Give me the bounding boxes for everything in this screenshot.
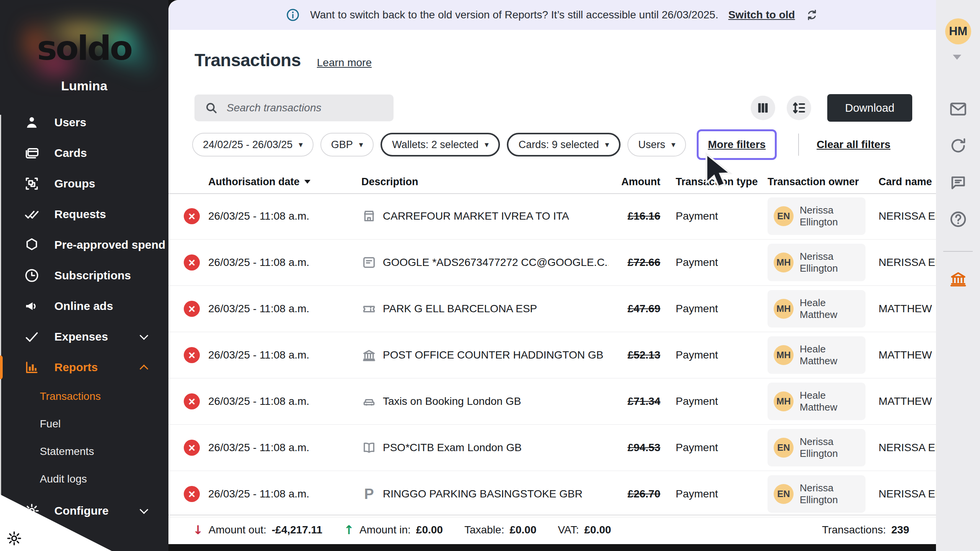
arrow-down-icon: ↓ — [193, 523, 203, 537]
owner-name: Nerissa Ellington — [800, 482, 857, 506]
owner-name: Heale Matthew — [800, 297, 857, 321]
filter-chip-users[interactable]: Users▾ — [627, 133, 686, 156]
table-row[interactable]: × 26/03/25 - 11:08 a.m. POST OFFICE COUN… — [168, 332, 936, 378]
switch-to-old-link[interactable]: Switch to old — [728, 9, 795, 21]
table-row[interactable]: × 26/03/25 - 11:08 a.m. PSO*CITB Exam Lo… — [168, 425, 936, 471]
search-box — [194, 95, 394, 121]
chevron-down-icon: ▾ — [485, 140, 489, 149]
sidebar-item-cards[interactable]: Cards — [0, 138, 168, 168]
sidebar-item-groups[interactable]: Groups — [0, 168, 168, 199]
sidebar: soldo Lumina UsersCardsGroupsRequestsPre… — [0, 0, 168, 551]
table-row[interactable]: × 26/03/25 - 11:08 a.m. PARK G ELL BARCE… — [168, 286, 936, 332]
book-icon — [361, 440, 377, 455]
right-rail: HM — [936, 0, 980, 551]
column-card-name: Card name — [879, 176, 936, 188]
transaction-type: Payment — [676, 395, 768, 408]
switch-refresh-icon[interactable] — [805, 8, 819, 22]
declined-icon: × — [184, 347, 200, 363]
amount-out-summary: ↓ Amount out: -£4,217.11 — [193, 523, 322, 537]
column-description: Description — [361, 176, 609, 188]
sidebar-subitem-transactions[interactable]: Transactions — [0, 383, 168, 410]
transaction-type: Payment — [676, 303, 768, 315]
authorisation-date: 26/03/25 - 11:08 a.m. — [208, 303, 361, 315]
transaction-owner-chip: EN Nerissa Ellington — [768, 197, 866, 235]
owner-avatar: MH — [774, 345, 794, 365]
bank-icon[interactable] — [949, 269, 968, 289]
brand-name: soldo — [25, 19, 143, 77]
more-filters-button[interactable]: More filters — [697, 129, 777, 160]
transaction-owner-chip: EN Nerissa Ellington — [768, 429, 866, 466]
table-row[interactable]: × 26/03/25 - 11:08 a.m. P RINGGO PARKING… — [168, 471, 936, 517]
card-name: MATTHEW — [879, 303, 936, 315]
transaction-type: Payment — [676, 488, 768, 500]
column-authorisation-date[interactable]: Authorisation date — [208, 176, 361, 188]
vat-summary: VAT: £0.00 — [558, 524, 611, 536]
mail-icon[interactable] — [949, 99, 968, 119]
sidebar-subitem-fuel[interactable]: Fuel — [0, 410, 168, 438]
authorisation-date: 26/03/25 - 11:08 a.m. — [208, 210, 361, 222]
ticket-icon — [361, 301, 377, 316]
settings-gear-icon[interactable] — [6, 530, 22, 546]
filter-chip-gbp[interactable]: GBP▾ — [320, 133, 374, 156]
amount: £72.66 — [609, 256, 660, 269]
columns-button[interactable] — [751, 96, 775, 120]
chevron-down-icon: ▾ — [299, 140, 303, 149]
user-avatar[interactable]: HM — [945, 18, 971, 44]
description: CARREFOUR MARKET IVREA TO ITA — [383, 210, 609, 222]
filter-chip-wallets-2-selected[interactable]: Wallets: 2 selected▾ — [381, 133, 500, 156]
sidebar-subitem-statements[interactable]: Statements — [0, 438, 168, 465]
sidebar-item-expenses[interactable]: Expenses — [0, 321, 168, 352]
description: GOOGLE *ADS2673477272 CC@GOOGLE.C... — [383, 256, 609, 269]
transaction-type: Payment — [676, 256, 768, 269]
sidebar-item-users[interactable]: Users — [0, 107, 168, 138]
toolbar: Download — [194, 94, 912, 122]
row-height-button[interactable] — [787, 96, 811, 120]
sidebar-item-online-ads[interactable]: Online ads — [0, 291, 168, 321]
avatar-chevron-down-icon[interactable] — [953, 55, 961, 64]
transaction-owner-chip: MH Heale Matthew — [768, 290, 866, 328]
declined-icon: × — [184, 393, 200, 409]
transaction-type: Payment — [676, 442, 768, 454]
download-button[interactable]: Download — [827, 94, 912, 122]
clear-all-filters-link[interactable]: Clear all filters — [817, 139, 890, 151]
table-row[interactable]: × 26/03/25 - 11:08 a.m. GOOGLE *ADS26734… — [168, 240, 936, 286]
ad-icon — [361, 255, 377, 270]
amount: £71.34 — [609, 395, 660, 408]
sidebar-nav: UsersCardsGroupsRequestsPre-approved spe… — [0, 107, 168, 383]
help-icon[interactable] — [949, 210, 968, 229]
owner-avatar: MH — [774, 253, 794, 272]
owner-avatar: EN — [774, 206, 794, 226]
amount: £47.69 — [609, 303, 660, 315]
transaction-type: Payment — [676, 349, 768, 361]
workspace-name: Lumina — [0, 78, 168, 93]
chat-icon[interactable] — [949, 173, 968, 192]
sidebar-item-requests[interactable]: Requests — [0, 199, 168, 230]
table-row[interactable]: × 26/03/25 - 11:08 a.m. Taxis on Booking… — [168, 378, 936, 425]
sidebar-subitem-audit-logs[interactable]: Audit logs — [0, 465, 168, 493]
refresh-icon[interactable] — [949, 136, 968, 155]
sidebar-item-subscriptions[interactable]: Subscriptions — [0, 260, 168, 291]
filter-divider — [798, 134, 799, 156]
search-input[interactable] — [226, 101, 384, 114]
transaction-owner-chip: MH Heale Matthew — [768, 383, 866, 420]
declined-icon: × — [184, 254, 200, 271]
amount: £16.16 — [609, 210, 660, 222]
table-row[interactable]: × 26/03/25 - 11:08 a.m. CARREFOUR MARKET… — [168, 193, 936, 240]
declined-icon: × — [184, 486, 200, 502]
filter-chip-24-02-25-26-03-25[interactable]: 24/02/25 - 26/03/25▾ — [192, 133, 314, 156]
learn-more-link[interactable]: Learn more — [317, 57, 372, 69]
main-panel: Want to switch back to the old version o… — [168, 0, 936, 544]
clock-icon — [24, 267, 40, 284]
authorisation-date: 26/03/25 - 11:08 a.m. — [208, 256, 361, 269]
declined-icon: × — [184, 301, 200, 317]
sidebar-item-pre-approved-spend[interactable]: Pre-approved spend — [0, 230, 168, 260]
card-name: MATTHEW — [879, 395, 936, 408]
amount: £94.53 — [609, 442, 660, 454]
soldo-app: soldo Lumina UsersCardsGroupsRequestsPre… — [0, 0, 980, 551]
filter-chip-cards-9-selected[interactable]: Cards: 9 selected▾ — [507, 133, 621, 156]
sidebar-item-reports[interactable]: Reports — [0, 352, 168, 383]
search-icon — [204, 101, 218, 115]
column-transaction-type: Transaction type — [676, 176, 768, 188]
owner-avatar: MH — [774, 391, 794, 411]
owner-name: Heale Matthew — [800, 390, 857, 413]
